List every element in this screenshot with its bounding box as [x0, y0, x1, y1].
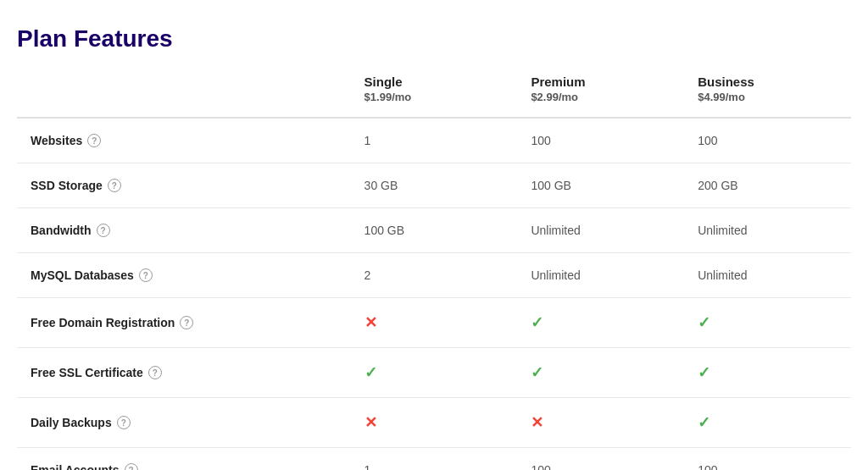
- feature-value-row3-col2: Unlimited: [684, 253, 851, 298]
- feature-label-5: Free SSL Certificate ?: [17, 348, 351, 398]
- feature-value-row7-col2: 100: [684, 448, 851, 471]
- feature-value-row5-col2: ✓: [684, 348, 851, 398]
- plan-name: Single: [364, 75, 504, 89]
- check-icon: ✓: [364, 364, 377, 381]
- feature-value-row6-col0: ✕: [351, 398, 518, 448]
- value-text: 100: [531, 134, 550, 147]
- feature-label-6: Daily Backups ?: [17, 398, 351, 448]
- help-icon[interactable]: ?: [117, 416, 131, 429]
- feature-label-7: Email Accounts ?: [17, 448, 351, 471]
- table-row: Email Accounts ? 1100100: [17, 448, 851, 471]
- feature-name: MySQL Databases: [31, 268, 134, 282]
- feature-value-row7-col1: 100: [517, 448, 684, 471]
- feature-value-row6-col2: ✓: [684, 398, 851, 448]
- table-row: MySQL Databases ? 2UnlimitedUnlimited: [17, 253, 851, 298]
- feature-value-row4-col1: ✓: [517, 298, 684, 348]
- check-icon: ✓: [698, 414, 710, 431]
- feature-value-row7-col0: 1: [351, 448, 518, 471]
- feature-value-row5-col1: ✓: [517, 348, 684, 398]
- comparison-table: Single $1.99/mo Premium $2.99/mo Busines…: [17, 66, 851, 470]
- feature-value-row1-col0: 30 GB: [351, 163, 518, 208]
- table-row: SSD Storage ? 30 GB100 GB200 GB: [17, 163, 851, 208]
- value-text: 100 GB: [531, 179, 570, 192]
- help-icon[interactable]: ?: [97, 224, 110, 237]
- page-title: Plan Features: [17, 25, 851, 53]
- value-text: 1: [364, 134, 371, 147]
- value-text: 100: [531, 463, 550, 470]
- table-row: Free Domain Registration ? ✕✓✓: [17, 298, 851, 348]
- feature-name: Free SSL Certificate: [31, 366, 143, 379]
- feature-name: Email Accounts: [31, 463, 120, 470]
- plan-price: $4.99/mo: [698, 91, 837, 103]
- plan-name: Premium: [531, 75, 670, 89]
- table-row: Websites ? 1100100: [17, 118, 851, 163]
- value-text: 200 GB: [698, 179, 737, 192]
- feature-label-4: Free Domain Registration ?: [17, 298, 351, 348]
- feature-name: Websites: [31, 134, 82, 147]
- table-header-row: Single $1.99/mo Premium $2.99/mo Busines…: [17, 66, 851, 118]
- cross-icon: ✕: [364, 414, 377, 431]
- help-icon[interactable]: ?: [148, 366, 162, 379]
- table-row: Daily Backups ? ✕✕✓: [17, 398, 851, 448]
- feature-value-row3-col0: 2: [351, 253, 518, 298]
- feature-value-row2-col0: 100 GB: [351, 208, 518, 253]
- value-text: Unlimited: [531, 224, 580, 237]
- feature-name: Bandwidth: [31, 224, 92, 237]
- check-icon: ✓: [531, 364, 543, 381]
- feature-value-row0-col1: 100: [517, 118, 684, 163]
- value-text: 1: [364, 463, 371, 470]
- feature-label-0: Websites ?: [17, 118, 351, 163]
- help-icon[interactable]: ?: [139, 268, 153, 282]
- feature-value-row3-col1: Unlimited: [517, 253, 684, 298]
- cross-icon: ✕: [531, 414, 543, 431]
- feature-value-row0-col0: 1: [351, 118, 518, 163]
- feature-value-row0-col2: 100: [684, 118, 851, 163]
- value-text: 100 GB: [364, 224, 404, 237]
- feature-label-2: Bandwidth ?: [17, 208, 351, 253]
- value-text: 100: [698, 134, 717, 147]
- plan-header-business: Business $4.99/mo: [684, 66, 851, 118]
- feature-column-header: [17, 66, 351, 118]
- check-icon: ✓: [698, 314, 710, 331]
- feature-value-row1-col1: 100 GB: [517, 163, 684, 208]
- feature-value-row4-col2: ✓: [684, 298, 851, 348]
- help-icon[interactable]: ?: [87, 134, 101, 147]
- feature-value-row2-col2: Unlimited: [684, 208, 851, 253]
- value-text: 2: [364, 268, 371, 282]
- table-row: Bandwidth ? 100 GBUnlimitedUnlimited: [17, 208, 851, 253]
- feature-value-row5-col0: ✓: [351, 348, 518, 398]
- feature-value-row1-col2: 200 GB: [684, 163, 851, 208]
- help-icon[interactable]: ?: [125, 463, 138, 470]
- plan-header-premium: Premium $2.99/mo: [517, 66, 684, 118]
- plan-price: $1.99/mo: [364, 91, 504, 103]
- value-text: Unlimited: [531, 268, 580, 282]
- value-text: Unlimited: [698, 224, 747, 237]
- cross-icon: ✕: [364, 314, 377, 331]
- feature-value-row6-col1: ✕: [517, 398, 684, 448]
- plan-header-single: Single $1.99/mo: [351, 66, 518, 118]
- value-text: Unlimited: [698, 268, 747, 282]
- help-icon[interactable]: ?: [108, 179, 121, 192]
- check-icon: ✓: [531, 314, 543, 331]
- feature-value-row4-col0: ✕: [351, 298, 518, 348]
- feature-name: Free Domain Registration: [31, 316, 175, 329]
- feature-label-3: MySQL Databases ?: [17, 253, 351, 298]
- feature-name: SSD Storage: [31, 179, 103, 192]
- value-text: 30 GB: [364, 179, 398, 192]
- table-row: Free SSL Certificate ? ✓✓✓: [17, 348, 851, 398]
- check-icon: ✓: [698, 364, 710, 381]
- value-text: 100: [698, 463, 717, 470]
- help-icon[interactable]: ?: [180, 316, 193, 329]
- feature-label-1: SSD Storage ?: [17, 163, 351, 208]
- plan-name: Business: [698, 75, 837, 89]
- feature-name: Daily Backups: [31, 416, 112, 429]
- plan-price: $2.99/mo: [531, 91, 670, 103]
- feature-value-row2-col1: Unlimited: [517, 208, 684, 253]
